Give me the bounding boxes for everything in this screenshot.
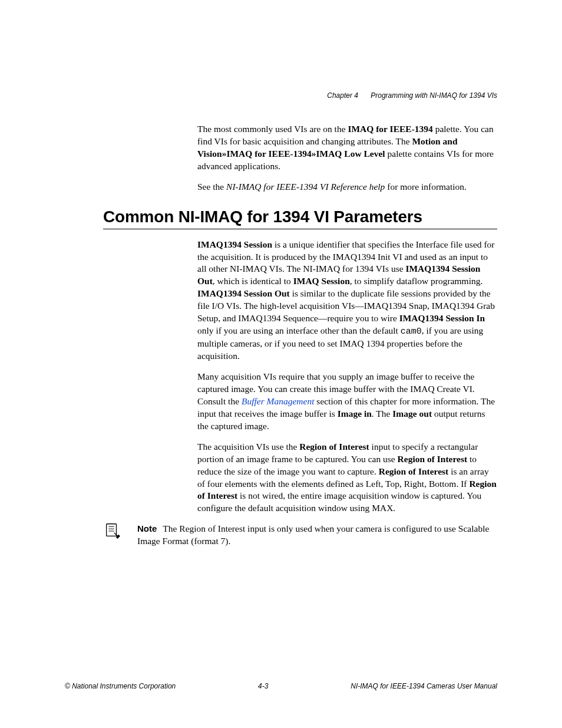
buffer-management-link[interactable]: Buffer Management (242, 396, 315, 406)
chapter-number: Chapter 4 (327, 91, 358, 100)
body-para-2: Many acquisition VIs require that you su… (197, 371, 497, 433)
intro-para-1: The most commonly used VIs are on the IM… (197, 123, 497, 173)
running-header: Chapter 4 Programming with NI-IMAQ for 1… (103, 91, 497, 100)
footer-left: © National Instruments Corporation (65, 682, 176, 690)
note-block: NoteThe Region of Interest input is only… (103, 523, 497, 548)
intro-para-2: See the NI-IMAQ for IEEE-1394 VI Referen… (197, 181, 497, 193)
svg-rect-0 (107, 524, 117, 536)
body-block: IMAQ1394 Session is a unique identifier … (197, 239, 497, 515)
footer: © National Instruments Corporation 4-3 N… (65, 682, 497, 690)
chapter-title: Programming with NI-IMAQ for 1394 VIs (371, 91, 497, 100)
note-label: Note (137, 523, 157, 533)
footer-page-number: 4-3 (258, 682, 268, 690)
footer-right: NI-IMAQ for IEEE-1394 Cameras User Manua… (351, 682, 497, 690)
note-text: NoteThe Region of Interest input is only… (137, 523, 497, 548)
note-icon (103, 522, 121, 542)
body-para-3: The acquisition VIs use the Region of In… (197, 441, 497, 515)
body-para-1: IMAQ1394 Session is a unique identifier … (197, 239, 497, 363)
code-cam0: cam0 (401, 327, 422, 337)
section-rule (103, 229, 497, 229)
section-heading: Common NI-IMAQ for 1394 VI Parameters (103, 207, 497, 226)
intro-block: The most commonly used VIs are on the IM… (197, 123, 497, 193)
